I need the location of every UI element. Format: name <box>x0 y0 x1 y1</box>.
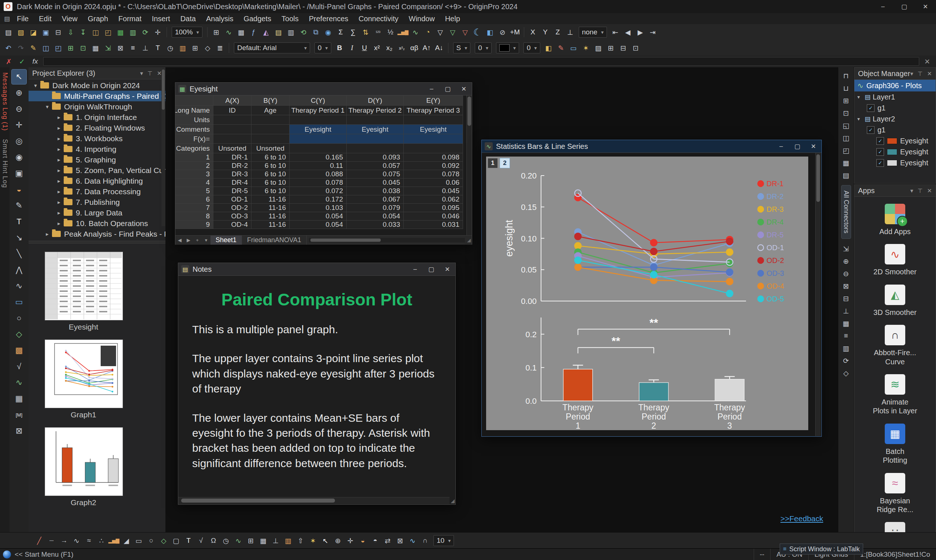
data-cell[interactable]: 0.038 <box>347 187 404 195</box>
meta-cell[interactable] <box>404 144 463 153</box>
add-color-scale-icon[interactable]: ▥ <box>177 42 188 54</box>
minimize-button[interactable]: – <box>407 263 423 275</box>
tree-expander-icon[interactable]: ▸ <box>54 178 64 185</box>
zoom-combo[interactable]: 100% ▾ <box>172 27 202 38</box>
data-cell[interactable]: 0.093 <box>347 153 404 162</box>
north-arrow-icon[interactable]: ⇧ <box>295 535 306 546</box>
date-time-object-icon[interactable]: ◷ <box>220 535 232 546</box>
meta-cell[interactable]: Eyesight <box>404 125 463 134</box>
tab-scroll-left-button[interactable]: ◀ <box>175 236 184 245</box>
row-index[interactable]: 9 <box>175 220 213 229</box>
minimize-button[interactable]: – <box>773 140 789 152</box>
tree-item[interactable]: ▸Peak Analysis - Find Peaks - Finding a <box>29 229 165 239</box>
child-window-icon[interactable]: ▤ <box>2 15 12 23</box>
row-label[interactable]: Categories <box>175 144 213 153</box>
tree-expander-icon[interactable]: ▸ <box>42 231 52 237</box>
om-item-layer1[interactable]: ▾▤Layer1 <box>854 91 936 102</box>
data-reader-tool[interactable]: ◉ <box>12 150 26 165</box>
menu-file[interactable]: File <box>12 13 34 24</box>
menu-view[interactable]: View <box>57 13 83 24</box>
add-layer-right-icon[interactable]: ⊞ <box>840 95 852 106</box>
tree-expander-icon[interactable]: ▾ <box>857 94 865 100</box>
tree-item[interactable]: ▾Origin WalkThrough <box>29 101 165 112</box>
mask-tool[interactable]: ◒ <box>12 182 26 197</box>
panel-pin-icon[interactable]: ⊤ <box>148 70 153 77</box>
tree-expander-icon[interactable]: ▾ <box>42 103 52 110</box>
clone-import-icon[interactable]: ⟳ <box>139 26 151 38</box>
layer-1-badge[interactable]: 1 <box>487 158 498 168</box>
data-cell[interactable]: 0.057 <box>347 162 404 170</box>
extract-layers-icon[interactable]: ◰ <box>840 145 852 156</box>
open-icon[interactable]: ◪ <box>28 26 39 38</box>
region-mask-tool[interactable]: ▩ <box>12 343 26 358</box>
data-cell[interactable]: 0.078 <box>404 170 463 178</box>
data-selector-tool[interactable]: ▣ <box>12 166 26 181</box>
rotate-3d-icon[interactable]: ⟳ <box>840 355 852 366</box>
graph-vscrollbar[interactable] <box>815 153 821 436</box>
om-item-eyesight[interactable]: ✓Eyesight <box>854 157 936 168</box>
meta-cell[interactable]: Unsorted <box>213 144 251 153</box>
number-format-icon[interactable]: ¹²³ <box>372 26 384 38</box>
underline-button[interactable]: U <box>359 42 370 54</box>
meta-cell[interactable]: Therapy Period 3 <box>404 106 463 115</box>
set-z-button[interactable]: Z <box>552 26 564 38</box>
meta-cell[interactable] <box>404 115 463 125</box>
subscript-button[interactable]: x₂ <box>384 42 395 54</box>
menu-help[interactable]: Help <box>440 13 465 24</box>
sum-icon[interactable]: Σ <box>335 26 347 38</box>
add-date-icon[interactable]: ◷ <box>164 42 176 54</box>
super-subscript-button[interactable]: x²₂ <box>396 42 408 54</box>
eyesight-window[interactable]: ▦ Eyesight – ▢ ✕ A(X)B(Y)C(Y)D(Y)E(Y)Lon… <box>175 82 472 245</box>
visibility-checkbox[interactable]: ✓ <box>867 104 874 112</box>
om-item-layer2[interactable]: ▾▤Layer2 <box>854 113 936 125</box>
notes-window-titlebar[interactable]: ▤ Notes – ▢ ✕ <box>178 263 455 276</box>
tree-item[interactable]: ▸10. Batch Operations <box>29 218 165 229</box>
decrease-font-button[interactable]: A↓ <box>433 42 445 54</box>
minimize-button[interactable]: – <box>424 83 439 95</box>
data-cell[interactable]: 6 to 10 <box>251 162 290 170</box>
data-cell[interactable]: 0.045 <box>404 187 463 195</box>
tree-expander-icon[interactable]: ▸ <box>54 220 64 227</box>
column-header[interactable]: C(Y) <box>290 95 347 106</box>
whole-page-icon[interactable]: ⊠ <box>840 280 852 292</box>
data-cell[interactable]: 0.079 <box>347 204 404 212</box>
tree-expander-icon[interactable]: ▸ <box>54 135 64 142</box>
data-cell[interactable]: 0.088 <box>290 170 347 178</box>
meta-cell[interactable]: Therapy Period 1 <box>290 106 347 115</box>
tree-item[interactable]: ▸3. Workbooks <box>29 133 165 144</box>
meta-cell[interactable] <box>290 144 347 153</box>
zoom-panel-icon[interactable]: ⊕ <box>332 535 344 546</box>
data-cell[interactable]: 0.165 <box>290 153 347 162</box>
meta-cell[interactable] <box>251 125 290 134</box>
add-right-y-axis-icon[interactable]: ⊔ <box>840 83 852 94</box>
draw-circle-icon[interactable]: ○ <box>145 535 157 546</box>
data-cell[interactable]: 0.033 <box>347 220 404 229</box>
apply-filter-icon[interactable]: ▽ <box>447 26 459 38</box>
close-button[interactable]: ✕ <box>439 263 455 275</box>
app-3d-smoother[interactable]: ◭3D Smoother <box>873 285 917 317</box>
mask-points-icon[interactable]: ◒ <box>357 535 369 546</box>
add-drawing-icon[interactable]: ◇ <box>202 42 213 54</box>
smart-hint-log-tab[interactable]: Smart Hint Log <box>1 139 9 188</box>
panel-close-icon[interactable]: ✕ <box>157 70 162 77</box>
line-style-combo[interactable]: S ▾ <box>453 42 471 54</box>
data-cell[interactable]: DR-2 <box>213 162 251 170</box>
arrange-layers-icon[interactable]: ▦ <box>840 157 852 168</box>
data-cell[interactable]: 11-16 <box>251 220 290 229</box>
meta-cell[interactable] <box>347 144 404 153</box>
meta-cell[interactable]: ID <box>213 106 251 115</box>
menu-format[interactable]: Format <box>113 13 146 24</box>
graph-object-icon[interactable]: ∿ <box>233 535 244 546</box>
set-x-button[interactable]: X <box>527 26 539 38</box>
tree-item[interactable]: ▸2. Floating Windows <box>29 123 165 133</box>
unmask-points-icon[interactable]: ◓ <box>369 535 381 546</box>
panel-menu-icon[interactable]: ▾ <box>910 70 913 77</box>
app-bubble-image-area[interactable]: ∷BubbleImage Area <box>876 522 914 532</box>
redo-icon[interactable]: ↷ <box>15 42 27 54</box>
data-cell[interactable]: 0.078 <box>290 178 347 187</box>
exclude-tool[interactable]: ⊠ <box>12 423 26 438</box>
om-item-g1[interactable]: ✓g1 <box>854 102 936 113</box>
row-label[interactable]: F(x)= <box>175 134 213 144</box>
data-cell[interactable]: 0.092 <box>404 162 463 170</box>
xy-scaler-icon[interactable]: ⊥ <box>270 535 282 546</box>
